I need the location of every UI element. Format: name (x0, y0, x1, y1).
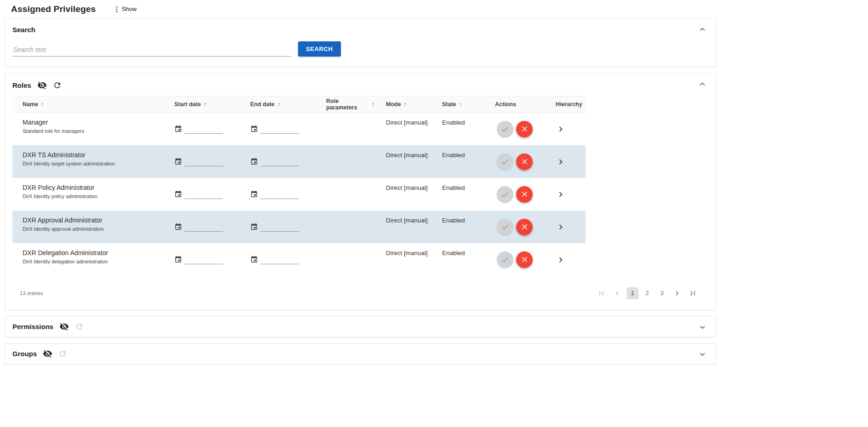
hierarchy-expand-icon[interactable] (556, 157, 566, 167)
confirm-button[interactable] (497, 251, 513, 268)
role-parameters (316, 145, 376, 178)
sort-icon[interactable] (402, 102, 408, 107)
role-description: Standard role for managers (23, 128, 164, 134)
calendar-icon[interactable] (250, 125, 258, 133)
collapse-up-icon[interactable] (697, 79, 707, 89)
hierarchy-expand-icon[interactable] (556, 222, 566, 232)
calendar-icon[interactable] (250, 190, 258, 198)
column-header-actions: Actions (485, 97, 546, 112)
first-page-icon[interactable] (595, 287, 608, 300)
sort-icon[interactable] (276, 102, 282, 107)
hierarchy-expand-icon[interactable] (556, 189, 566, 199)
confirm-button[interactable] (497, 219, 513, 235)
sort-icon[interactable] (202, 102, 208, 107)
delete-button[interactable] (516, 186, 533, 203)
calendar-icon[interactable] (250, 256, 258, 263)
table-body: Manager Standard role for managers Direc… (12, 113, 586, 276)
role-description: DirX Identity policy administration (23, 194, 164, 199)
kebab-icon: ⋮ (113, 6, 120, 12)
roles-panel-title: Roles (12, 81, 31, 89)
page-number-button[interactable]: 2 (641, 287, 653, 299)
page-number-button[interactable]: 1 (627, 287, 638, 299)
collapse-down-icon[interactable] (697, 322, 707, 332)
calendar-icon[interactable] (174, 256, 182, 263)
table-row[interactable]: DXR Delegation Administrator DirX Identi… (12, 243, 586, 276)
column-label: Hierarchy (556, 101, 582, 108)
end-date-input[interactable] (260, 222, 299, 232)
end-date-input[interactable] (260, 125, 299, 134)
end-date-input[interactable] (260, 255, 299, 264)
delete-button[interactable] (516, 154, 533, 170)
start-date-input[interactable] (184, 222, 223, 232)
column-label: Actions (495, 101, 516, 108)
column-header-name[interactable]: Name (12, 97, 164, 112)
next-page-icon[interactable] (671, 287, 684, 300)
calendar-icon[interactable] (174, 190, 182, 198)
column-label: Mode (386, 101, 401, 108)
calendar-icon[interactable] (250, 223, 258, 231)
previous-page-icon[interactable] (611, 287, 624, 300)
table-header-row: Name Start date End date Role parameters… (12, 96, 586, 113)
sort-icon[interactable] (370, 102, 376, 107)
calendar-icon[interactable] (250, 158, 258, 165)
table-row[interactable]: DXR TS Administrator DirX Identity targe… (12, 145, 586, 178)
eye-off-icon[interactable] (59, 322, 69, 331)
page-number-button[interactable]: 3 (656, 287, 668, 299)
delete-button[interactable] (516, 251, 533, 268)
hierarchy-expand-icon[interactable] (556, 255, 566, 265)
start-date-input[interactable] (184, 125, 223, 134)
confirm-button[interactable] (497, 186, 513, 203)
column-label: Role parameters (326, 98, 369, 111)
page-header: Assigned Privileges ⋮ Show (0, 0, 868, 18)
role-name: DXR Policy Administrator (23, 184, 164, 191)
refresh-icon (75, 322, 84, 331)
refresh-icon[interactable] (53, 81, 62, 90)
eye-off-icon[interactable] (37, 80, 47, 90)
start-date-input[interactable] (184, 190, 223, 199)
show-button[interactable]: ⋮ Show (109, 4, 140, 14)
confirm-button[interactable] (497, 154, 513, 170)
page-title: Assigned Privileges (11, 4, 96, 14)
column-header-role-parameters[interactable]: Role parameters (316, 97, 376, 112)
calendar-icon[interactable] (174, 223, 182, 231)
entries-count: 13 entries (20, 290, 43, 296)
role-mode: Direct [manual] (376, 145, 432, 178)
search-input[interactable] (12, 43, 291, 57)
confirm-button[interactable] (497, 121, 513, 137)
table-row[interactable]: Manager Standard role for managers Direc… (12, 113, 586, 145)
last-page-icon[interactable] (686, 287, 699, 300)
role-state: Enabled (432, 145, 485, 178)
delete-button[interactable] (516, 121, 533, 137)
column-label: State (442, 101, 456, 108)
calendar-icon[interactable] (174, 125, 182, 133)
column-header-hierarchy: Hierarchy (546, 97, 586, 112)
eye-off-icon[interactable] (43, 349, 52, 359)
sort-icon[interactable] (40, 102, 45, 107)
collapse-down-icon[interactable] (697, 349, 707, 359)
end-date-input[interactable] (260, 190, 299, 199)
roles-panel: Roles Name Start date (5, 73, 716, 310)
search-button[interactable]: SEARCH (298, 41, 341, 57)
permissions-panel: Permissions (5, 316, 716, 337)
start-date-input[interactable] (184, 157, 223, 166)
collapse-up-icon[interactable] (697, 24, 707, 34)
table-row[interactable]: DXR Policy Administrator DirX Identity p… (12, 178, 586, 211)
hierarchy-expand-icon[interactable] (556, 124, 566, 134)
role-name: Manager (23, 119, 164, 126)
role-name: DXR Approval Administrator (23, 216, 164, 224)
role-state: Enabled (432, 211, 485, 243)
start-date-input[interactable] (184, 255, 223, 264)
column-header-mode[interactable]: Mode (376, 97, 432, 112)
role-state: Enabled (432, 243, 485, 276)
role-parameters (316, 113, 376, 145)
end-date-input[interactable] (260, 157, 299, 166)
groups-panel-title: Groups (12, 350, 37, 358)
table-row[interactable]: DXR Approval Administrator DirX Identity… (12, 211, 586, 243)
calendar-icon[interactable] (174, 158, 182, 165)
column-header-end-date[interactable]: End date (240, 97, 316, 112)
delete-button[interactable] (516, 219, 533, 235)
column-header-start-date[interactable]: Start date (164, 97, 240, 112)
column-header-state[interactable]: State (432, 97, 485, 112)
sort-icon[interactable] (458, 102, 463, 107)
role-name: DXR TS Administrator (23, 151, 164, 159)
